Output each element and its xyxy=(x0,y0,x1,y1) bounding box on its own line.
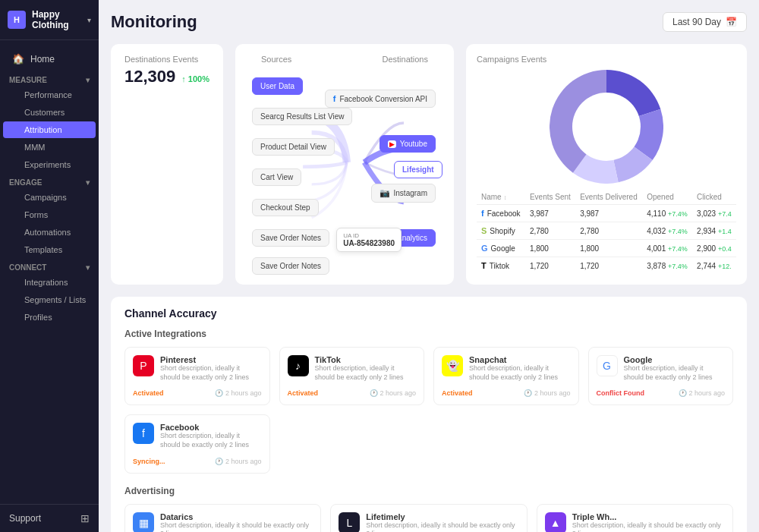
integration-time: 🕐 2 hours ago xyxy=(524,389,570,397)
sidebar-item-experiments[interactable]: Experiments xyxy=(3,156,96,173)
integration-info: TikTok Short description, ideally it sho… xyxy=(315,355,417,382)
source-search[interactable]: Searcg Results List View xyxy=(252,108,352,125)
source-checkout[interactable]: Checkout Step xyxy=(252,199,319,216)
integration-icon: ▲ xyxy=(545,512,566,532)
col-opened: Opened xyxy=(642,190,692,205)
cell-events-sent: 1,800 xyxy=(525,240,575,257)
integration-icon: f xyxy=(133,423,154,444)
page-header: Monitoring Last 90 Day 📅 xyxy=(111,12,747,32)
status-badge: Activated xyxy=(288,389,319,397)
home-icon: 🏠 xyxy=(12,53,24,65)
date-filter-button[interactable]: Last 90 Day 📅 xyxy=(663,12,747,32)
integration-header: P Pinterest Short description, ideally i… xyxy=(133,355,262,382)
app-logo[interactable]: H Happy Clothing ▾ xyxy=(0,0,99,40)
top-row: Destinations Events 12,309 ↑ 100% Source… xyxy=(111,44,747,285)
sidebar-item-mmm[interactable]: MMM xyxy=(3,139,96,156)
integration-footer: Activated 🕐 2 hours ago xyxy=(133,389,262,397)
integration-card[interactable]: ▲ Triple Wh... Short description, ideall… xyxy=(537,504,733,532)
lifesight-node[interactable]: Lifesight xyxy=(394,161,442,178)
sidebar-item-campaigns[interactable]: Campaigns xyxy=(3,189,96,206)
date-filter-label: Last 90 Day xyxy=(672,17,721,27)
sidebar-item-forms[interactable]: Forms xyxy=(3,206,96,223)
flow-area: User Data Searcg Results List View Produ… xyxy=(246,71,443,253)
integration-footer: Conflict Found 🕐 2 hours ago xyxy=(597,389,726,397)
source-save2[interactable]: Save Order Notes xyxy=(252,257,329,275)
dest-facebook[interactable]: f Facebook Conversion API xyxy=(325,90,436,108)
integration-card[interactable]: G Google Short description, ideally it s… xyxy=(588,347,734,405)
support-label[interactable]: Support xyxy=(9,513,41,524)
logo-box: H xyxy=(8,11,26,29)
integration-header: G Google Short description, ideally it s… xyxy=(597,355,726,382)
clicked-badge: +7.4 xyxy=(718,210,732,218)
source-cart[interactable]: Cart View xyxy=(252,168,301,186)
cell-opened: 4,001 +7.4% xyxy=(642,240,692,257)
cell-clicked: 3,023 +7.4 xyxy=(692,205,736,222)
destinations-label: Destinations xyxy=(382,55,428,64)
integration-header: 👻 Snapchat Short description, ideally it… xyxy=(442,355,571,382)
source-user-data[interactable]: User Data xyxy=(252,77,303,95)
platform-icon: S xyxy=(481,226,487,235)
integration-desc: Short description, ideally it should be … xyxy=(160,521,313,532)
integration-icon: ♪ xyxy=(288,355,309,376)
engage-chevron-icon: ▾ xyxy=(86,178,90,187)
sidebar-item-automations[interactable]: Automations xyxy=(3,224,96,241)
platform-icon: G xyxy=(481,244,488,253)
integration-card[interactable]: L Lifetimely Short description, ideally … xyxy=(330,504,527,532)
engage-label: Engage xyxy=(9,178,42,187)
integration-desc: Short description, ideally it should be … xyxy=(469,364,571,382)
sidebar: H Happy Clothing ▾ 🏠 Home Measure ▾ Perf… xyxy=(0,0,99,532)
youtube-icon: ▶ xyxy=(388,140,396,148)
integration-name: Pinterest xyxy=(160,355,262,364)
svg-point-0 xyxy=(572,93,641,161)
integration-name: Snapchat xyxy=(469,355,571,364)
sidebar-item-attribution[interactable]: Attribution xyxy=(3,121,96,138)
integration-card[interactable]: P Pinterest Short description, ideally i… xyxy=(124,347,270,405)
sidebar-item-segments[interactable]: Segments / Lists xyxy=(3,291,96,308)
cell-events-delivered: 3,987 xyxy=(575,205,642,222)
cell-events-sent: 3,987 xyxy=(525,205,575,222)
sidebar-label-home: Home xyxy=(30,54,55,65)
integration-card[interactable]: 👻 Snapchat Short description, ideally it… xyxy=(433,347,579,405)
integration-desc: Short description, ideally it should be … xyxy=(160,364,262,382)
dest-youtube[interactable]: ▶ Youtube xyxy=(380,135,436,153)
integration-header: ▲ Triple Wh... Short description, ideall… xyxy=(545,512,725,532)
cell-opened: 4,032 +7.4% xyxy=(642,222,692,240)
integration-name: TikTok xyxy=(315,355,417,364)
calendar-icon: 📅 xyxy=(726,17,737,27)
cell-clicked: 2,934 +1.4 xyxy=(692,222,736,240)
clicked-badge: +0.4 xyxy=(718,245,732,253)
integration-card[interactable]: ▦ Datarics Short description, ideally it… xyxy=(124,504,321,532)
status-badge: Activated xyxy=(442,389,473,397)
sidebar-item-templates[interactable]: Templates xyxy=(3,241,96,258)
integration-desc: Short description, ideally it should be … xyxy=(572,521,725,532)
integration-header: ♪ TikTok Short description, ideally it s… xyxy=(288,355,417,382)
flow-diagram-card: Sources Destinations xyxy=(235,44,454,285)
sidebar-item-integrations[interactable]: Integrations xyxy=(3,274,96,291)
integration-icon: ▦ xyxy=(133,512,154,532)
integration-time: 🕐 2 hours ago xyxy=(215,389,261,397)
col-events-sent: Events Sent xyxy=(525,190,575,205)
dest-instagram[interactable]: 📷 Instagram xyxy=(371,184,436,203)
connect-chevron-icon: ▾ xyxy=(86,263,90,272)
table-row: G Google 1,800 1,800 4,001 +7.4% 2,900 +… xyxy=(477,240,736,257)
sidebar-item-home[interactable]: 🏠 Home xyxy=(3,47,96,71)
integration-card[interactable]: f Facebook Short description, ideally it… xyxy=(124,414,270,473)
source-product[interactable]: Product Detail View xyxy=(252,138,335,156)
sidebar-item-performance[interactable]: Performance xyxy=(3,87,96,103)
integration-time: 🕐 2 hours ago xyxy=(370,389,416,397)
sidebar-item-customers[interactable]: Customers xyxy=(3,104,96,121)
integration-time: 🕐 2 hours ago xyxy=(215,458,261,465)
sidebar-nav: 🏠 Home Measure ▾ Performance Customers A… xyxy=(0,40,99,504)
sidebar-item-profiles[interactable]: Profiles xyxy=(3,309,96,326)
integration-info: Pinterest Short description, ideally it … xyxy=(160,355,262,382)
integration-icon: 👻 xyxy=(442,355,463,376)
app-name: Happy Clothing xyxy=(32,9,81,30)
cell-events-sent: 2,780 xyxy=(525,222,575,240)
source-save1[interactable]: Save Order Notes xyxy=(252,229,329,247)
integration-name: Google xyxy=(624,355,726,364)
grid-icon[interactable]: ⊞ xyxy=(80,512,90,524)
cell-events-sent: 1,720 xyxy=(525,257,575,275)
sidebar-section-connect: Connect ▾ xyxy=(0,259,99,273)
cell-name: f Facebook xyxy=(477,205,525,222)
integration-card[interactable]: ♪ TikTok Short description, ideally it s… xyxy=(279,347,425,405)
